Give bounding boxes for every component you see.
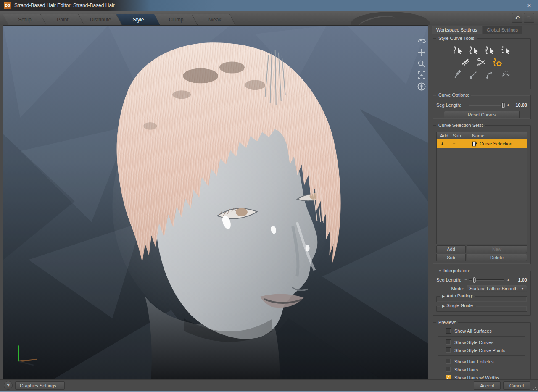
cancel-button[interactable]: Cancel (503, 381, 530, 390)
frame-icon[interactable] (417, 71, 426, 80)
new-set-button[interactable]: New (467, 245, 527, 253)
show-hairs-checkbox[interactable] (446, 367, 451, 372)
show-all-surfaces-row[interactable]: Show All Surfaces (436, 327, 527, 335)
rotate-node-tool-icon[interactable] (484, 69, 495, 80)
curve-selection-sets-title: Curve Selection Sets: (436, 123, 485, 128)
column-name[interactable]: Name (472, 133, 527, 138)
accept-button[interactable]: Accept (474, 381, 501, 390)
redo-button[interactable]: ↷ (524, 13, 534, 23)
show-style-curve-points-row[interactable]: Show Style Curve Points (436, 346, 527, 354)
tab-setup[interactable]: Setup (3, 14, 47, 25)
translate-node-tool-icon[interactable] (452, 69, 463, 80)
interpolation-group: ▼Interpolation: Seg Length: − + 1.00 Mod… (433, 271, 531, 316)
auto-parting-header[interactable]: ▶Auto Parting: (440, 293, 475, 298)
interpolation-title: Interpolation: (443, 268, 470, 273)
footer-bar: ? Graphics Settings... Accept Cancel (0, 379, 538, 391)
show-style-curves-row[interactable]: Show Style Curves (436, 338, 527, 346)
orbit-icon[interactable] (417, 37, 426, 46)
seg-length-increment[interactable]: + (506, 103, 510, 108)
checkbox-label: Show Hair Follicles (454, 359, 494, 364)
preview-group: Preview: Show All Surfaces Show Style Cu… (433, 322, 531, 379)
tab-paint[interactable]: Paint (41, 14, 84, 25)
seg-length-decrement[interactable]: − (464, 103, 468, 108)
seg-length-slider[interactable] (469, 105, 504, 106)
curve-options-title: Curve Options: (436, 92, 471, 97)
column-add[interactable]: Add (437, 133, 453, 138)
checkbox-label: Show Style Curve Points (454, 348, 505, 353)
pan-icon[interactable] (417, 48, 426, 57)
curve-select-1-icon[interactable] (452, 45, 463, 56)
expand-icon: ▶ (442, 304, 445, 308)
show-hair-follicles-row[interactable]: Show Hair Follicles (436, 358, 527, 366)
divider (438, 355, 525, 356)
auto-parting-title: Auto Parting: (446, 293, 473, 298)
checkbox-label: Show All Surfaces (454, 329, 492, 334)
scale-node-tool-icon[interactable] (468, 69, 479, 80)
row-add-toggle[interactable]: + (437, 141, 453, 146)
chevron-down-icon: ▼ (521, 287, 524, 291)
row-sub-toggle[interactable]: − (453, 141, 472, 146)
single-guide-header[interactable]: ▶Single Guide: (440, 303, 476, 308)
seg-length-value: 10.00 (510, 103, 527, 108)
checkbox-label: Show Hairs (454, 367, 478, 372)
graphics-settings-button[interactable]: Graphics Settings... (15, 381, 65, 390)
show-style-curve-points-checkbox[interactable] (446, 347, 451, 353)
column-sub[interactable]: Sub (453, 133, 472, 138)
curve-select-3-icon[interactable] (484, 45, 495, 56)
add-set-button[interactable]: Add (436, 245, 466, 253)
interpolation-header[interactable]: ▼Interpolation: (436, 268, 472, 273)
comb-tool-icon[interactable] (460, 57, 471, 68)
tab-style[interactable]: Style (116, 14, 160, 25)
mode-tabs: Setup Paint Distribute Style Clump Tweak (3, 14, 236, 25)
cut-tool-icon[interactable] (476, 57, 487, 68)
undo-button[interactable]: ↶ (512, 13, 522, 23)
viewport-tool-column (417, 37, 426, 91)
reset-curves-button[interactable]: Reset Curves (444, 111, 520, 118)
tab-clump[interactable]: Clump (154, 14, 198, 25)
zoom-icon[interactable] (417, 59, 426, 68)
seg-length-slider-handle[interactable] (501, 102, 505, 108)
main-area: Workspace Settings Global Settings Style… (0, 25, 538, 379)
show-all-surfaces-checkbox[interactable] (446, 328, 451, 334)
single-guide-group: ▶Single Guide: (436, 306, 527, 312)
curve-select-4-icon[interactable] (500, 45, 511, 56)
tab-global-settings[interactable]: Global Settings (482, 26, 523, 34)
bend-curve-tool-icon[interactable] (500, 69, 511, 80)
interp-seg-length-slider-handle[interactable] (472, 277, 476, 283)
resize-grip[interactable] (531, 385, 537, 390)
show-hair-follicles-checkbox[interactable] (446, 359, 451, 364)
app-icon: DS (4, 2, 11, 9)
interp-seg-length-label: Seg Length: (436, 277, 461, 282)
aim-icon[interactable] (417, 82, 426, 91)
show-hairs-w-widths-checkbox[interactable]: ✓ (446, 375, 451, 379)
expand-icon: ▶ (442, 295, 445, 298)
viewport-3d[interactable] (3, 25, 428, 379)
interp-seg-length-decrement[interactable]: − (464, 277, 468, 282)
show-style-curves-checkbox[interactable] (446, 339, 451, 345)
mode-tabbar: Setup Paint Distribute Style Clump Tweak… (0, 11, 538, 25)
mode-dropdown[interactable]: Surface Lattice Smooth ▼ (467, 285, 527, 292)
show-hairs-w-widths-row[interactable]: ✓ Show Hairs w/ Widths (436, 374, 527, 379)
redo-icon: ↷ (527, 15, 532, 21)
sub-set-button[interactable]: Sub (436, 254, 466, 261)
curve-selection-table-body[interactable] (437, 148, 527, 244)
show-hairs-row[interactable]: Show Hairs (436, 366, 527, 374)
close-icon[interactable]: × (524, 1, 534, 10)
tab-workspace-settings[interactable]: Workspace Settings (432, 26, 482, 34)
interp-seg-length-increment[interactable]: + (506, 277, 510, 282)
help-button[interactable]: ? (4, 381, 13, 390)
curve-select-2-icon[interactable] (468, 45, 479, 56)
divider (438, 336, 525, 337)
tab-distribute[interactable]: Distribute (79, 14, 122, 25)
titlebar: DS Strand-Based Hair Editor: Strand-Base… (0, 0, 538, 11)
interp-seg-length-slider[interactable] (469, 279, 504, 281)
window-title: Strand-Based Hair Editor: Strand-Based H… (14, 3, 524, 8)
auto-parting-group: ▶Auto Parting: (436, 296, 527, 302)
style-settings-tool-icon[interactable] (492, 57, 503, 68)
settings-panel: Workspace Settings Global Settings Style… (428, 25, 535, 379)
checkbox-label: Show Style Curves (454, 340, 493, 345)
mode-label: Mode: (436, 286, 464, 291)
table-row-curve-selection[interactable]: + − Curve Selection (437, 139, 527, 148)
delete-set-button[interactable]: Delete (467, 254, 527, 261)
tab-tweak[interactable]: Tweak (192, 14, 236, 25)
